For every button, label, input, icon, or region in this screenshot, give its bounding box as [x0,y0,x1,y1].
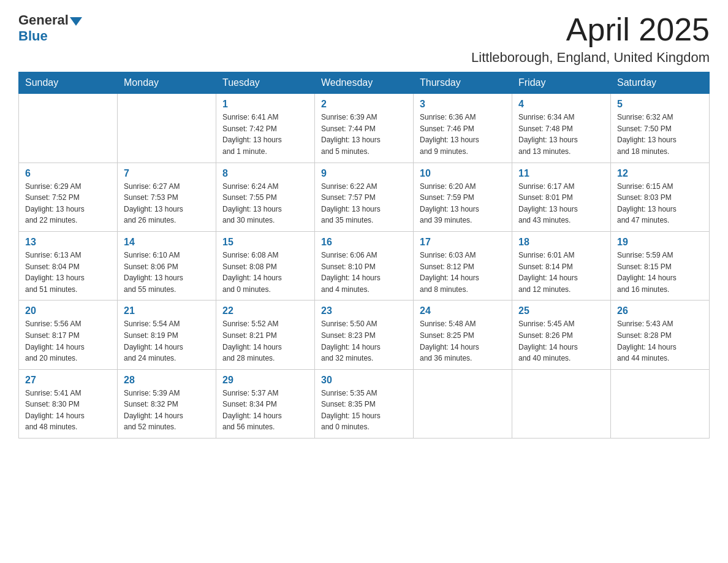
day-info: Sunrise: 6:36 AMSunset: 7:46 PMDaylight:… [420,112,506,157]
calendar-cell [19,94,118,163]
calendar-cell: 8Sunrise: 6:24 AMSunset: 7:55 PMDaylight… [216,163,315,231]
week-row-3: 13Sunrise: 6:13 AMSunset: 8:04 PMDayligh… [19,231,710,300]
calendar-cell: 4Sunrise: 6:34 AMSunset: 7:48 PMDaylight… [512,94,611,163]
day-number: 22 [222,305,308,316]
calendar-cell [414,369,512,438]
calendar-cell: 29Sunrise: 5:37 AMSunset: 8:34 PMDayligh… [216,369,315,438]
calendar-cell: 2Sunrise: 6:39 AMSunset: 7:44 PMDaylight… [315,94,414,163]
month-title: April 2025 [471,12,710,47]
day-number: 25 [518,305,604,316]
day-number: 15 [222,237,308,248]
day-number: 17 [420,237,506,248]
calendar-cell: 23Sunrise: 5:50 AMSunset: 8:23 PMDayligh… [315,301,414,369]
calendar-cell: 16Sunrise: 6:06 AMSunset: 8:10 PMDayligh… [315,231,414,300]
calendar-cell [611,369,710,438]
calendar-cell: 15Sunrise: 6:08 AMSunset: 8:08 PMDayligh… [216,231,315,300]
day-info: Sunrise: 5:35 AMSunset: 8:35 PMDaylight:… [321,388,407,433]
weekday-header-monday: Monday [118,72,216,94]
calendar-cell: 30Sunrise: 5:35 AMSunset: 8:35 PMDayligh… [315,369,414,438]
calendar-cell: 25Sunrise: 5:45 AMSunset: 8:26 PMDayligh… [512,301,611,369]
calendar-cell: 17Sunrise: 6:03 AMSunset: 8:12 PMDayligh… [414,231,512,300]
day-info: Sunrise: 6:34 AMSunset: 7:48 PMDaylight:… [518,112,604,157]
day-number: 14 [124,237,210,248]
day-info: Sunrise: 6:32 AMSunset: 7:50 PMDaylight:… [617,112,703,157]
day-info: Sunrise: 6:22 AMSunset: 7:57 PMDaylight:… [321,181,407,226]
day-number: 21 [124,305,210,316]
day-info: Sunrise: 6:29 AMSunset: 7:52 PMDaylight:… [25,181,111,226]
calendar-cell: 27Sunrise: 5:41 AMSunset: 8:30 PMDayligh… [19,369,118,438]
week-row-2: 6Sunrise: 6:29 AMSunset: 7:52 PMDaylight… [19,163,710,231]
day-info: Sunrise: 5:45 AMSunset: 8:26 PMDaylight:… [518,318,604,364]
calendar-cell [118,94,216,163]
day-info: Sunrise: 6:10 AMSunset: 8:06 PMDaylight:… [124,250,210,295]
day-number: 9 [321,168,407,179]
week-row-4: 20Sunrise: 5:56 AMSunset: 8:17 PMDayligh… [19,301,710,369]
page-header: General Blue April 2025 Littleborough, E… [18,12,710,66]
calendar-cell: 21Sunrise: 5:54 AMSunset: 8:19 PMDayligh… [118,301,216,369]
day-info: Sunrise: 6:17 AMSunset: 8:01 PMDaylight:… [518,181,604,226]
calendar-cell: 20Sunrise: 5:56 AMSunset: 8:17 PMDayligh… [19,301,118,369]
day-info: Sunrise: 6:24 AMSunset: 7:55 PMDaylight:… [222,181,308,226]
weekday-header-thursday: Thursday [414,72,512,94]
calendar-cell: 12Sunrise: 6:15 AMSunset: 8:03 PMDayligh… [611,163,710,231]
day-number: 6 [25,168,111,179]
day-number: 18 [518,237,604,248]
calendar-cell: 10Sunrise: 6:20 AMSunset: 7:59 PMDayligh… [414,163,512,231]
day-number: 8 [222,168,308,179]
day-number: 1 [222,99,308,110]
calendar-cell: 18Sunrise: 6:01 AMSunset: 8:14 PMDayligh… [512,231,611,300]
calendar-cell: 6Sunrise: 6:29 AMSunset: 7:52 PMDaylight… [19,163,118,231]
calendar-table: SundayMondayTuesdayWednesdayThursdayFrid… [18,72,710,439]
week-row-1: 1Sunrise: 6:41 AMSunset: 7:42 PMDaylight… [19,94,710,163]
day-number: 11 [518,168,604,179]
day-number: 30 [321,375,407,386]
day-number: 16 [321,237,407,248]
calendar-cell: 7Sunrise: 6:27 AMSunset: 7:53 PMDaylight… [118,163,216,231]
day-info: Sunrise: 5:39 AMSunset: 8:32 PMDaylight:… [124,388,210,433]
weekday-header-tuesday: Tuesday [216,72,315,94]
day-info: Sunrise: 6:08 AMSunset: 8:08 PMDaylight:… [222,250,308,295]
day-info: Sunrise: 6:39 AMSunset: 7:44 PMDaylight:… [321,112,407,157]
day-info: Sunrise: 6:13 AMSunset: 8:04 PMDaylight:… [25,250,111,295]
calendar-cell: 19Sunrise: 5:59 AMSunset: 8:15 PMDayligh… [611,231,710,300]
logo-arrow-icon [70,17,82,26]
logo: General Blue [18,12,82,44]
week-row-5: 27Sunrise: 5:41 AMSunset: 8:30 PMDayligh… [19,369,710,438]
calendar-cell: 3Sunrise: 6:36 AMSunset: 7:46 PMDaylight… [414,94,512,163]
day-number: 19 [617,237,703,248]
day-number: 5 [617,99,703,110]
day-info: Sunrise: 5:50 AMSunset: 8:23 PMDaylight:… [321,318,407,364]
logo-blue-text: Blue [18,28,48,44]
calendar-cell: 26Sunrise: 5:43 AMSunset: 8:28 PMDayligh… [611,301,710,369]
calendar-cell: 13Sunrise: 6:13 AMSunset: 8:04 PMDayligh… [19,231,118,300]
calendar-cell: 11Sunrise: 6:17 AMSunset: 8:01 PMDayligh… [512,163,611,231]
day-info: Sunrise: 5:37 AMSunset: 8:34 PMDaylight:… [222,388,308,433]
weekday-header-row: SundayMondayTuesdayWednesdayThursdayFrid… [19,72,710,94]
day-info: Sunrise: 6:27 AMSunset: 7:53 PMDaylight:… [124,181,210,226]
calendar-cell: 22Sunrise: 5:52 AMSunset: 8:21 PMDayligh… [216,301,315,369]
day-number: 10 [420,168,506,179]
day-info: Sunrise: 6:41 AMSunset: 7:42 PMDaylight:… [222,112,308,157]
day-number: 3 [420,99,506,110]
day-number: 2 [321,99,407,110]
day-info: Sunrise: 6:03 AMSunset: 8:12 PMDaylight:… [420,250,506,295]
day-number: 7 [124,168,210,179]
day-number: 26 [617,305,703,316]
calendar-cell: 14Sunrise: 6:10 AMSunset: 8:06 PMDayligh… [118,231,216,300]
day-info: Sunrise: 6:20 AMSunset: 7:59 PMDaylight:… [420,181,506,226]
day-info: Sunrise: 6:06 AMSunset: 8:10 PMDaylight:… [321,250,407,295]
day-info: Sunrise: 5:59 AMSunset: 8:15 PMDaylight:… [617,250,703,295]
calendar-cell [512,369,611,438]
day-number: 28 [124,375,210,386]
day-number: 27 [25,375,111,386]
day-number: 13 [25,237,111,248]
day-number: 23 [321,305,407,316]
calendar-cell: 5Sunrise: 6:32 AMSunset: 7:50 PMDaylight… [611,94,710,163]
day-info: Sunrise: 5:41 AMSunset: 8:30 PMDaylight:… [25,388,111,433]
logo-general-text: General [18,12,69,28]
weekday-header-wednesday: Wednesday [315,72,414,94]
day-number: 12 [617,168,703,179]
day-number: 29 [222,375,308,386]
calendar-cell: 1Sunrise: 6:41 AMSunset: 7:42 PMDaylight… [216,94,315,163]
day-info: Sunrise: 5:54 AMSunset: 8:19 PMDaylight:… [124,318,210,364]
